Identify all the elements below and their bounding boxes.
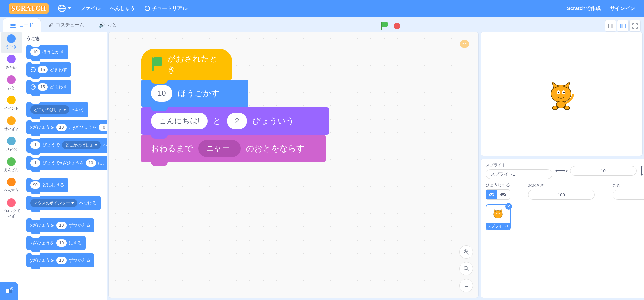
edit-menu[interactable]: へんしゅう [105, 5, 140, 12]
scratch-logo[interactable]: SCRATCH [4, 3, 53, 14]
block-play-sound-until-done[interactable]: おわるまで ニャー のおとをならす [141, 135, 326, 162]
main-area: うごき みため おと イベント せいぎょ しらべる えんざん へんすう ブロック… [0, 32, 644, 300]
num-input[interactable]: 15 [38, 66, 48, 73]
num-input[interactable]: 15 [38, 83, 48, 91]
sprite-tile[interactable]: ✕ スプライト1 [486, 204, 511, 230]
category-control[interactable]: せいぎょ [1, 114, 22, 135]
stage[interactable] [481, 32, 643, 156]
svg-point-20 [552, 106, 558, 110]
category-variables[interactable]: へんすう [1, 176, 22, 196]
code-icon [10, 23, 16, 28]
sprite-list: ✕ スプライト1 [486, 204, 644, 230]
category-myblocks[interactable]: ブロックていぎ [1, 196, 22, 222]
num-input[interactable]: 10 [56, 222, 67, 229]
num-input[interactable]: 10 [86, 159, 96, 167]
category-events[interactable]: イベント [1, 94, 22, 114]
selected-sprite-watermark [457, 37, 474, 53]
block-goto-menu[interactable]: どこかのばしょ へいく [26, 102, 88, 117]
num-input[interactable]: 10 [56, 257, 67, 264]
svg-point-21 [564, 106, 570, 110]
rotate-cw-icon [30, 67, 36, 72]
svg-point-23 [496, 213, 497, 214]
zoom-in-button[interactable] [459, 245, 473, 259]
block-change-y[interactable]: yざひょうを 10 ずつかえる [26, 253, 94, 267]
scripts-workspace[interactable]: がおされたとき 10 ほうごかす こんにちは! と 2 びょういう おわるまで [108, 32, 479, 298]
category-looks[interactable]: みため [1, 53, 22, 73]
num-input[interactable]: 10 [30, 48, 40, 56]
tab-code[interactable]: コード [3, 18, 41, 32]
add-extension-button[interactable] [0, 282, 18, 300]
palette-header: うごき [26, 36, 103, 42]
category-operators[interactable]: えんざん [1, 155, 22, 176]
eye-off-icon [500, 193, 506, 196]
zoom-reset-button[interactable]: = [459, 279, 473, 292]
sprite-direction-input[interactable] [613, 190, 644, 200]
block-move-steps-script[interactable]: 10 ほうごかす [141, 80, 248, 107]
dropdown[interactable]: どこかのばしょ [30, 105, 69, 114]
num-input[interactable]: 10 [56, 239, 67, 247]
delete-sprite-button[interactable]: ✕ [505, 203, 512, 210]
block-change-x[interactable]: xざひょうを 10 ずつかえる [26, 218, 94, 232]
svg-point-19 [556, 101, 566, 108]
sprite-tile-name: スプライト1 [486, 223, 510, 230]
show-sprite-button[interactable] [486, 190, 497, 199]
sprite-name-input[interactable] [486, 169, 552, 179]
arrow-vertical-icon [641, 167, 642, 174]
sprite-label: スプライト [486, 162, 552, 168]
block-say-for-secs[interactable]: こんにちは! と 2 びょういう [141, 107, 329, 135]
svg-point-6 [465, 43, 466, 44]
block-move-steps[interactable]: 10 ほうごかす [26, 45, 68, 59]
sign-in-button[interactable]: サインイン [605, 5, 640, 12]
dropdown[interactable]: マウスのポインター [30, 199, 77, 207]
tab-costumes[interactable]: 🖌 コスチューム [41, 18, 91, 32]
chevron-down-icon [68, 7, 71, 9]
svg-point-5 [463, 43, 464, 44]
category-sound[interactable]: おと [1, 73, 22, 94]
file-menu[interactable]: ファイル [76, 5, 105, 12]
size-label: おおきさ [528, 183, 595, 188]
block-when-flag-clicked[interactable]: がおされたとき [141, 49, 232, 80]
sprite-cat[interactable] [545, 77, 578, 111]
block-point-direction[interactable]: 90 どにむける [26, 178, 68, 192]
tutorials-button[interactable]: チュートリアル [140, 5, 192, 12]
block-glide-to-xy[interactable]: 1 びょうでxざひょうを 10 に、y [26, 156, 107, 170]
stop-icon [394, 23, 400, 29]
sprite-size-input[interactable] [528, 190, 595, 200]
block-turn-ccw[interactable]: 15 どまわす [26, 80, 71, 94]
num-input[interactable]: 10 [151, 85, 172, 102]
block-glide-to-menu[interactable]: 1 びょうで どこかのばしょ へ [26, 138, 107, 153]
green-flag-button[interactable] [379, 21, 389, 31]
language-menu[interactable] [53, 5, 76, 12]
sprite-info: スプライト x y ひょうじす [481, 159, 644, 298]
dropdown[interactable]: どこかのばしょ [62, 141, 101, 149]
fullscreen-button[interactable] [629, 20, 641, 32]
category-motion[interactable]: うごき [1, 32, 22, 53]
fullscreen-icon [632, 23, 638, 29]
num-input[interactable]: 1 [30, 141, 40, 149]
block-point-towards[interactable]: マウスのポインター へむける [26, 196, 101, 210]
stage-small-button[interactable] [605, 20, 616, 32]
hide-sprite-button[interactable] [497, 190, 509, 199]
dropdown[interactable]: ニャー [198, 140, 241, 157]
lightbulb-icon [145, 6, 150, 11]
num-input[interactable]: 0 [99, 124, 107, 131]
block-turn-cw[interactable]: 15 どまわす [26, 62, 71, 77]
num-input[interactable]: 90 [30, 181, 40, 189]
stop-button[interactable] [392, 21, 402, 31]
made-with-scratch[interactable]: Scratchで作成 [562, 5, 605, 12]
sprite-x-input[interactable] [570, 166, 637, 176]
block-set-x[interactable]: xざひょうを 10 にする [26, 236, 86, 250]
num-input[interactable]: 10 [56, 124, 67, 131]
text-input[interactable]: こんにちは! [151, 113, 208, 129]
stage-large-button[interactable] [617, 20, 629, 32]
zoom-out-icon [463, 266, 469, 272]
direction-label: むき [613, 183, 644, 188]
block-goto-xy[interactable]: xざひょうを 10 、yざひょうを 0 にする [26, 120, 107, 134]
num-input[interactable]: 1 [30, 159, 40, 167]
extension-icon [5, 287, 13, 295]
script-stack[interactable]: がおされたとき 10 ほうごかす こんにちは! と 2 びょういう おわるまで [141, 49, 329, 162]
category-sensing[interactable]: しらべる [1, 135, 22, 155]
num-input[interactable]: 2 [227, 113, 247, 129]
tab-sounds[interactable]: 🔊 おと [91, 18, 124, 32]
zoom-out-button[interactable] [459, 262, 473, 275]
